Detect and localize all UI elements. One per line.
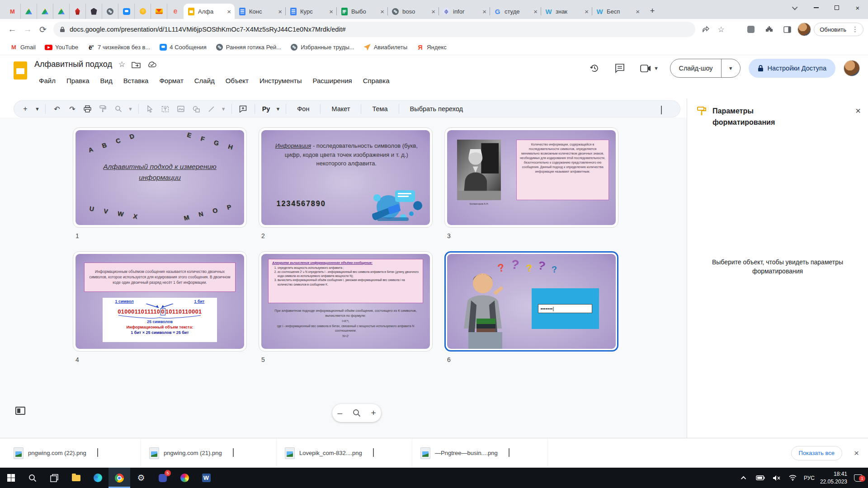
close-window-button[interactable]: × [847,0,868,15]
color-app-button[interactable] [174,468,195,488]
paint-format-button[interactable] [97,103,109,115]
menu-slide[interactable]: Слайд [190,75,219,86]
download-menu-button[interactable] [373,449,374,457]
taskbar-search-button[interactable] [22,468,43,488]
menu-help[interactable]: Справка [359,75,394,86]
pinned-tab-chat[interactable] [118,4,135,19]
download-item-3[interactable]: Lovepik_com-832....png [277,438,412,468]
menu-tools[interactable]: Инструменты [255,75,307,86]
back-button[interactable]: ← [5,22,20,37]
slide-thumbnail-3[interactable]: Колмогоров А.Н. Количество информации, с… [444,127,618,228]
download-item-2[interactable]: pngwing.com (21).png [141,438,277,468]
slide-thumbnail-2[interactable]: Информация - последовательность символов… [259,127,433,228]
tab-close-icon[interactable]: × [227,8,231,15]
settings-button[interactable]: ⚙ [130,468,152,488]
tab-search-button[interactable] [785,0,806,15]
bookmark-youtube[interactable]: YouTube [41,42,82,53]
transition-button[interactable]: Выбрать переход [405,103,468,115]
layout-button[interactable]: Макет [326,103,355,115]
slide-thumbnail-5[interactable]: Алгоритм вычисления информационного объё… [259,251,433,352]
menu-insert[interactable]: Вставка [119,75,153,86]
slide-thumbnail-6-selected[interactable]: ? ? ? ? ? [444,251,618,352]
bookmark-messages[interactable]: 4 Сообщения [156,42,210,53]
slide-thumbnail-1[interactable]: A B C D E F G H U V W X M N O P Алфавитн… [73,127,247,228]
close-downloads-bar-button[interactable]: × [850,448,863,458]
tray-expand-button[interactable] [739,476,750,480]
file-explorer-button[interactable] [65,468,87,488]
update-chrome-button[interactable]: Обновить ⋮ [814,23,863,36]
pinned-tab-mail[interactable] [151,4,167,19]
new-slide-button[interactable]: + [19,103,31,115]
extensions-button[interactable] [761,22,777,37]
chevron-down-icon[interactable]: ▼ [128,106,133,112]
action-center-button[interactable]: 1 [853,474,863,482]
insert-shape-button[interactable] [190,103,202,115]
bookmark-works[interactable]: Избранные труды... [287,42,358,53]
pinned-tab-drive-1[interactable] [21,4,37,19]
bookmark-yandex[interactable]: ЯЯндекс [413,42,450,53]
close-panel-button[interactable]: × [855,106,861,116]
bookmark-avia[interactable]: Авиабилеты [360,42,411,53]
menu-file[interactable]: Файл [34,75,60,86]
document-title[interactable]: Алфавитный подход [34,60,112,69]
insert-line-button[interactable] [206,103,217,115]
undo-button[interactable]: ↶ [51,103,63,115]
slides-logo-icon[interactable] [14,61,27,80]
download-menu-button[interactable] [509,449,509,457]
pinned-tab-globe[interactable] [102,4,118,19]
language-indicator[interactable]: РУС [804,475,815,481]
tab-doc-2[interactable]: Курс × [286,4,337,19]
tab-boso[interactable]: boso × [388,4,439,19]
version-history-button[interactable] [586,60,603,77]
show-all-downloads-button[interactable]: Показать все [791,446,842,460]
word-app-button[interactable]: W [195,468,217,488]
pinned-tab-drive-3[interactable] [53,4,70,19]
insert-comment-button[interactable] [237,103,249,115]
download-item-4[interactable]: —Pngtree—busin....png [412,438,548,468]
layout-py-button[interactable]: Pу [260,103,272,115]
tab-close-icon[interactable]: × [380,8,384,15]
pinned-tab-dark[interactable] [86,4,102,19]
zoom-in-button[interactable]: + [371,408,376,418]
grid-view-toggle[interactable] [15,407,25,415]
menu-edit[interactable]: Правка [62,75,94,86]
tab-znak[interactable]: W знак × [541,4,592,19]
pinned-tab-bulb[interactable] [135,4,151,19]
chrome-button-active[interactable] [108,468,130,488]
print-button[interactable] [82,103,94,115]
start-button[interactable] [0,468,22,488]
tab-close-icon[interactable]: × [278,8,282,15]
battery-button[interactable] [755,475,766,480]
minimize-button[interactable] [806,0,826,15]
download-menu-button[interactable] [233,449,234,457]
background-button[interactable]: Фон [292,103,315,115]
zoom-button[interactable] [113,103,124,115]
tab-close-icon[interactable]: × [533,8,538,15]
comments-button[interactable] [611,60,628,77]
slideshow-options-button[interactable]: ▼ [721,59,740,78]
account-avatar[interactable] [844,60,860,76]
volume-button[interactable] [771,475,782,481]
menu-extensions[interactable]: Расширения [308,75,356,86]
tab-close-icon[interactable]: × [636,8,640,15]
menu-format[interactable]: Формат [155,75,188,86]
pinned-tab-flame[interactable] [70,4,86,19]
bookmark-page-button[interactable]: ☆ [713,22,729,37]
theme-button[interactable]: Тема [367,103,393,115]
select-tool-button[interactable] [144,103,156,115]
pinned-tab-drive-2[interactable] [37,4,53,19]
magnifier-icon[interactable] [353,409,361,417]
pinned-tab-e[interactable]: e [167,4,184,19]
star-icon[interactable]: ☆ [118,60,125,69]
tab-close-icon[interactable]: × [585,8,589,15]
meet-button[interactable]: ▼ [637,60,662,77]
maximize-button[interactable] [826,0,847,15]
tab-sheet[interactable]: Выбо × [337,4,388,19]
chevron-down-icon[interactable]: ▼ [221,106,226,112]
task-view-button[interactable] [43,468,65,488]
clock[interactable]: 18:41 22.05.2023 [820,470,847,485]
network-button[interactable] [788,475,798,481]
tab-presentation[interactable]: Алфа × [184,4,235,19]
redo-button[interactable]: ↷ [66,103,78,115]
toolbar-collapse-button[interactable] [661,107,662,115]
